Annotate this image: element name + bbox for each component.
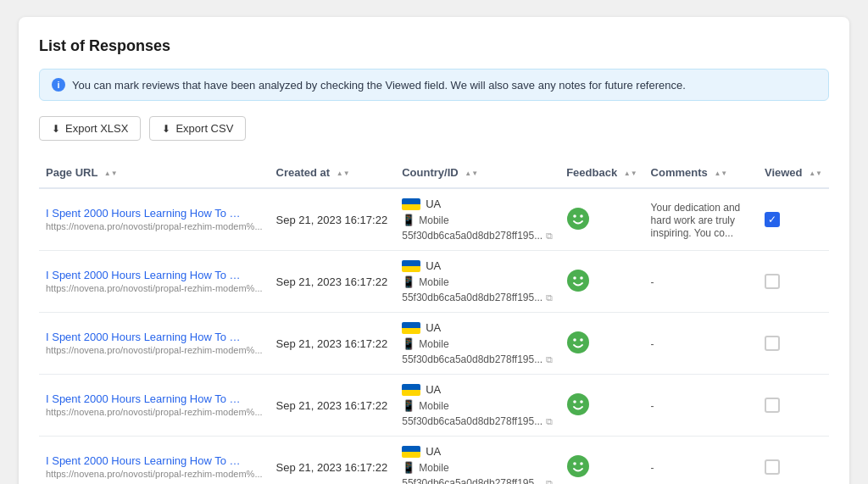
comments-text: Your dedication and hard work are truly … [651, 202, 741, 239]
export-csv-button[interactable]: ⬇ Export CSV [149, 116, 246, 141]
cell-created-at: Sep 21, 2023 16:17:22 [270, 188, 396, 251]
sort-feedback-icon[interactable]: ▲▼ [624, 170, 637, 177]
id-row: 55f30db6ca5a0d8db278ff195... ⧉ [402, 477, 553, 484]
cell-comments: - [644, 313, 758, 375]
comments-text: - [651, 276, 654, 288]
sort-page-url-icon[interactable]: ▲▼ [104, 170, 118, 177]
country-code: UA [426, 383, 441, 396]
country-id-row: 📱 Mobile [402, 214, 553, 226]
country-code: UA [426, 259, 441, 272]
country-cell: UA 📱 Mobile 55f30db6ca5a0d8db278ff195...… [402, 383, 553, 427]
cell-page-url: I Spent 2000 Hours Learning How To Learn… [39, 313, 270, 375]
table-row: I Spent 2000 Hours Learning How To Learn… [39, 437, 829, 485]
col-header-comments[interactable]: Comments ▲▼ [644, 158, 758, 188]
sort-country-icon[interactable]: ▲▼ [465, 170, 478, 177]
table-row: I Spent 2000 Hours Learning How To Learn… [39, 188, 829, 251]
id-row: 55f30db6ca5a0d8db278ff195... ⧉ [402, 292, 553, 303]
comments-text: - [651, 400, 654, 412]
copy-icon[interactable]: ⧉ [546, 416, 553, 427]
copy-icon[interactable]: ⧉ [546, 292, 553, 303]
country-cell: UA 📱 Mobile 55f30db6ca5a0d8db278ff195...… [402, 445, 553, 484]
cell-feedback [559, 375, 643, 437]
cell-viewed: ✓ [758, 188, 829, 251]
device-label: Mobile [419, 214, 448, 226]
page-url-link[interactable]: I Spent 2000 Hours Learning How To Learn… [46, 331, 241, 343]
cell-page-url: I Spent 2000 Hours Learning How To Learn… [39, 437, 270, 485]
svg-point-2 [580, 214, 583, 218]
cell-viewed [758, 313, 829, 375]
col-header-created-at[interactable]: Created at ▲▼ [270, 158, 396, 188]
sort-viewed-icon[interactable]: ▲▼ [809, 170, 822, 177]
feedback-emoji-icon [566, 454, 590, 478]
col-header-feedback[interactable]: Feedback ▲▼ [559, 158, 643, 188]
copy-icon[interactable]: ⧉ [546, 354, 553, 365]
sort-created-icon[interactable]: ▲▼ [337, 170, 350, 177]
cell-comments: - [644, 437, 758, 485]
country-id-text: 55f30db6ca5a0d8db278ff195... [402, 415, 542, 427]
copy-icon[interactable]: ⧉ [546, 478, 553, 485]
comments-text: - [651, 338, 654, 350]
country-row: UA [402, 321, 553, 334]
viewed-checkbox[interactable] [765, 274, 780, 289]
info-banner: i You can mark reviews that have been an… [39, 69, 829, 101]
viewed-checkbox[interactable] [765, 336, 780, 351]
col-header-viewed[interactable]: Viewed ▲▼ [758, 158, 829, 188]
feedback-emoji-icon [566, 331, 590, 354]
svg-point-0 [567, 208, 589, 230]
cell-feedback [559, 251, 643, 313]
country-cell: UA 📱 Mobile 55f30db6ca5a0d8db278ff195...… [402, 321, 553, 365]
table-row: I Spent 2000 Hours Learning How To Learn… [39, 375, 829, 437]
svg-point-1 [573, 214, 576, 218]
flag-ua-icon [402, 384, 420, 396]
cell-country-id: UA 📱 Mobile 55f30db6ca5a0d8db278ff195...… [395, 251, 559, 313]
mobile-icon: 📱 [402, 461, 415, 474]
viewed-checkbox[interactable] [765, 398, 780, 413]
feedback-emoji-icon [566, 392, 590, 416]
mobile-icon: 📱 [402, 275, 415, 288]
cell-feedback [559, 313, 643, 375]
svg-point-13 [573, 462, 576, 465]
viewed-checkbox[interactable] [765, 459, 780, 475]
toolbar: ⬇ Export XLSX ⬇ Export CSV [39, 116, 829, 141]
svg-point-14 [580, 462, 583, 465]
country-id-text: 55f30db6ca5a0d8db278ff195... [402, 353, 542, 365]
country-row: UA [402, 445, 553, 458]
svg-point-6 [567, 331, 589, 353]
sort-comments-icon[interactable]: ▲▼ [714, 170, 727, 177]
svg-point-7 [573, 338, 576, 342]
export-xlsx-button[interactable]: ⬇ Export XLSX [39, 116, 141, 141]
page-url-link[interactable]: I Spent 2000 Hours Learning How To Learn… [46, 392, 241, 405]
viewed-checkbox[interactable]: ✓ [765, 212, 780, 227]
info-icon: i [52, 78, 65, 92]
page-url-link[interactable]: I Spent 2000 Hours Learning How To Learn… [46, 207, 241, 220]
cell-comments: - [644, 251, 758, 313]
svg-point-8 [580, 338, 583, 342]
export-csv-label: Export CSV [175, 122, 233, 135]
responses-table: Page URL ▲▼ Created at ▲▼ Country/ID ▲▼ … [39, 158, 829, 484]
col-header-country-id[interactable]: Country/ID ▲▼ [395, 158, 559, 188]
feedback-emoji-icon [566, 207, 590, 231]
cell-page-url: I Spent 2000 Hours Learning How To Learn… [39, 188, 270, 251]
copy-icon[interactable]: ⧉ [546, 231, 553, 242]
feedback-emoji-icon [566, 269, 590, 292]
flag-ua-icon [402, 198, 420, 210]
cell-feedback [559, 188, 643, 251]
country-id-row: 📱 Mobile [402, 399, 553, 412]
country-id-text: 55f30db6ca5a0d8db278ff195... [402, 292, 542, 303]
mobile-icon: 📱 [402, 399, 415, 412]
cell-country-id: UA 📱 Mobile 55f30db6ca5a0d8db278ff195...… [395, 437, 559, 485]
cell-viewed [758, 437, 829, 485]
page-url-link[interactable]: I Spent 2000 Hours Learning How To Learn… [46, 269, 241, 281]
cell-viewed [758, 251, 829, 313]
country-row: UA [402, 259, 553, 272]
country-id-text: 55f30db6ca5a0d8db278ff195... [402, 230, 542, 242]
cell-created-at: Sep 21, 2023 16:17:22 [270, 313, 396, 375]
cell-country-id: UA 📱 Mobile 55f30db6ca5a0d8db278ff195...… [395, 313, 559, 375]
cell-country-id: UA 📱 Mobile 55f30db6ca5a0d8db278ff195...… [395, 375, 559, 437]
col-header-page-url[interactable]: Page URL ▲▼ [39, 158, 270, 188]
download-xlsx-icon: ⬇ [52, 123, 60, 135]
page-url-sub: https://novena.pro/novosti/propal-rezhim… [46, 345, 263, 355]
country-id-row: 📱 Mobile [402, 461, 553, 474]
page-url-link[interactable]: I Spent 2000 Hours Learning How To Learn… [46, 454, 241, 467]
cell-comments: - [644, 375, 758, 437]
